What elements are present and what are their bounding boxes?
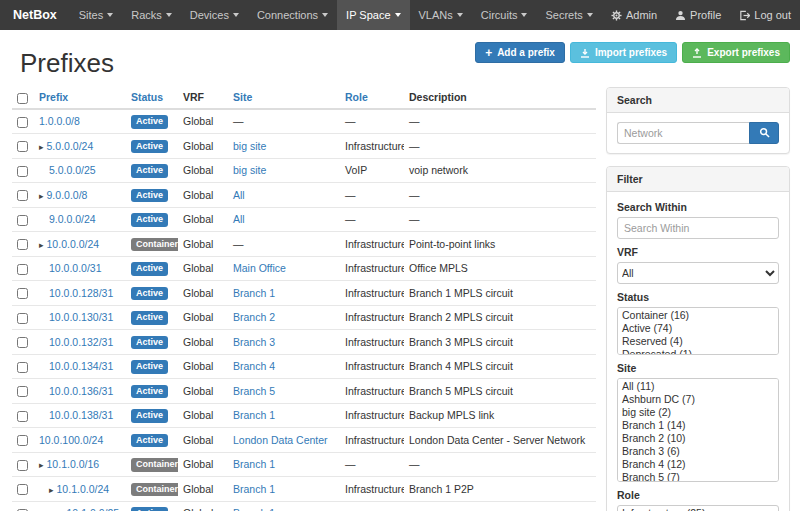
profile-link[interactable]: Profile (666, 0, 730, 30)
role-option[interactable]: Infrastructure (25) (618, 507, 778, 511)
prefix-link[interactable]: 9.0.0.0/24 (49, 213, 96, 225)
vrf-cell: Global (178, 428, 228, 453)
search-input[interactable] (617, 122, 749, 144)
site-link[interactable]: Branch 4 (233, 360, 275, 372)
site-option[interactable]: Branch 5 (7) (618, 471, 778, 482)
column-header[interactable]: Status (131, 91, 163, 103)
nav-item[interactable]: Connections (248, 0, 337, 30)
status-option[interactable]: Active (74) (618, 322, 778, 335)
prefix-link[interactable]: 10.0.0.132/31 (49, 336, 113, 348)
site-link[interactable]: big site (233, 164, 266, 176)
nav-item[interactable]: Sites (70, 0, 122, 30)
site-option[interactable]: Branch 2 (10) (618, 432, 778, 445)
nav-item[interactable]: IP Space (337, 0, 409, 30)
row-checkbox[interactable] (17, 411, 28, 422)
filter-panel: Filter Search Within VRF All Status Cont… (606, 166, 790, 511)
site-option[interactable]: All (11) (618, 380, 778, 393)
vrf-cell: Global (178, 134, 228, 159)
site-option[interactable]: Ashburn DC (7) (618, 393, 778, 406)
site-link[interactable]: Branch 3 (233, 336, 275, 348)
row-checkbox[interactable] (17, 215, 28, 226)
nav-item[interactable]: Racks (122, 0, 181, 30)
row-checkbox[interactable] (17, 288, 28, 299)
row-checkbox[interactable] (17, 435, 28, 446)
status-listbox[interactable]: Container (16) Active (74) Reserved (4) … (617, 307, 779, 355)
prefix-link[interactable]: 10.0.0.0/31 (49, 262, 102, 274)
sidebar: Search Filter Search Within VRF (606, 87, 790, 511)
nav-item[interactable]: Secrets (536, 0, 601, 30)
description-cell: — (404, 501, 596, 511)
status-option[interactable]: Reserved (4) (618, 335, 778, 348)
column-header[interactable]: Role (345, 91, 368, 103)
site-link[interactable]: London Data Center (233, 434, 328, 446)
import-prefixes-button[interactable]: Import prefixes (570, 42, 677, 63)
prefix-link[interactable]: 10.0.0.136/31 (49, 385, 113, 397)
prefix-link[interactable]: 10.1.0.0/24 (57, 483, 110, 495)
prefix-link[interactable]: 10.1.0.0/25 (67, 507, 120, 511)
site-listbox[interactable]: All (11) Ashburn DC (7) big site (2) Bra… (617, 378, 779, 482)
prefix-link[interactable]: 10.1.0.0/16 (47, 458, 100, 470)
row-checkbox[interactable] (17, 190, 28, 201)
row-checkbox[interactable] (17, 239, 28, 250)
column-header[interactable]: Description (409, 91, 467, 103)
site-option[interactable]: Branch 4 (12) (618, 458, 778, 471)
prefix-link[interactable]: 10.0.0.130/31 (49, 311, 113, 323)
row-checkbox[interactable] (17, 362, 28, 373)
row-checkbox[interactable] (17, 117, 28, 128)
row-checkbox[interactable] (17, 337, 28, 348)
row-checkbox[interactable] (17, 484, 28, 495)
row-checkbox[interactable] (17, 141, 28, 152)
site-link[interactable]: All (233, 189, 245, 201)
row-checkbox[interactable] (17, 460, 28, 471)
site-link[interactable]: Branch 1 (233, 409, 275, 421)
site-link[interactable]: — (233, 115, 244, 127)
row-checkbox[interactable] (17, 264, 28, 275)
prefix-link[interactable]: 10.0.0.134/31 (49, 360, 113, 372)
column-header[interactable]: Prefix (39, 91, 68, 103)
prefix-link[interactable]: 10.0.0.128/31 (49, 287, 113, 299)
site-link[interactable]: All (233, 213, 245, 225)
chevron-down-icon (587, 13, 593, 17)
row-checkbox[interactable] (17, 386, 28, 397)
role-listbox[interactable]: Infrastructure (25) Management (8) Priva… (617, 505, 779, 511)
site-option[interactable]: Branch 3 (6) (618, 445, 778, 458)
search-button[interactable] (749, 122, 779, 144)
add-prefix-button[interactable]: + Add a prefix (475, 42, 565, 63)
select-all-checkbox[interactable] (17, 93, 28, 104)
status-option[interactable]: Deprecated (1) (618, 348, 778, 355)
column-header[interactable]: VRF (183, 91, 204, 103)
search-within-input[interactable] (617, 217, 779, 239)
prefix-link[interactable]: 9.0.0.0/8 (47, 189, 88, 201)
nav-item[interactable]: Circuits (472, 0, 537, 30)
prefix-link[interactable]: 5.0.0.0/25 (49, 164, 96, 176)
nav-item[interactable]: VLANs (410, 0, 472, 30)
site-link[interactable]: Branch 1 (233, 458, 275, 470)
logout-link[interactable]: Log out (730, 0, 800, 30)
prefix-link[interactable]: 1.0.0.0/8 (39, 115, 80, 127)
role-cell: Infrastructure (340, 354, 404, 379)
prefix-link[interactable]: 10.0.0.0/24 (47, 238, 100, 250)
site-link[interactable]: Branch 2 (233, 311, 275, 323)
nav-item[interactable]: Devices (181, 0, 248, 30)
site-link[interactable]: Branch 1 (233, 507, 275, 511)
status-option[interactable]: Container (16) (618, 309, 778, 322)
site-option[interactable]: big site (2) (618, 406, 778, 419)
row-checkbox[interactable] (17, 313, 28, 324)
admin-link[interactable]: Admin (602, 0, 666, 30)
site-link[interactable]: Branch 1 (233, 287, 275, 299)
column-header[interactable]: Site (233, 91, 252, 103)
site-link[interactable]: Branch 1 (233, 483, 275, 495)
site-link[interactable]: — (233, 238, 244, 250)
site-link[interactable]: big site (233, 140, 266, 152)
export-prefixes-button[interactable]: Export prefixes (682, 42, 790, 63)
site-link[interactable]: Main Office (233, 262, 286, 274)
prefix-link[interactable]: 5.0.0.0/24 (47, 140, 94, 152)
row-checkbox[interactable] (17, 166, 28, 177)
prefix-link[interactable]: 10.0.100.0/24 (39, 434, 103, 446)
site-option[interactable]: Branch 1 (14) (618, 419, 778, 432)
brand-logo[interactable]: NetBox (0, 0, 70, 30)
vrf-select[interactable]: All (617, 262, 779, 284)
prefix-link[interactable]: 10.0.0.138/31 (49, 409, 113, 421)
site-link[interactable]: Branch 5 (233, 385, 275, 397)
prefix-table-container: Prefix Status VRF Site Role Description (12, 87, 596, 511)
